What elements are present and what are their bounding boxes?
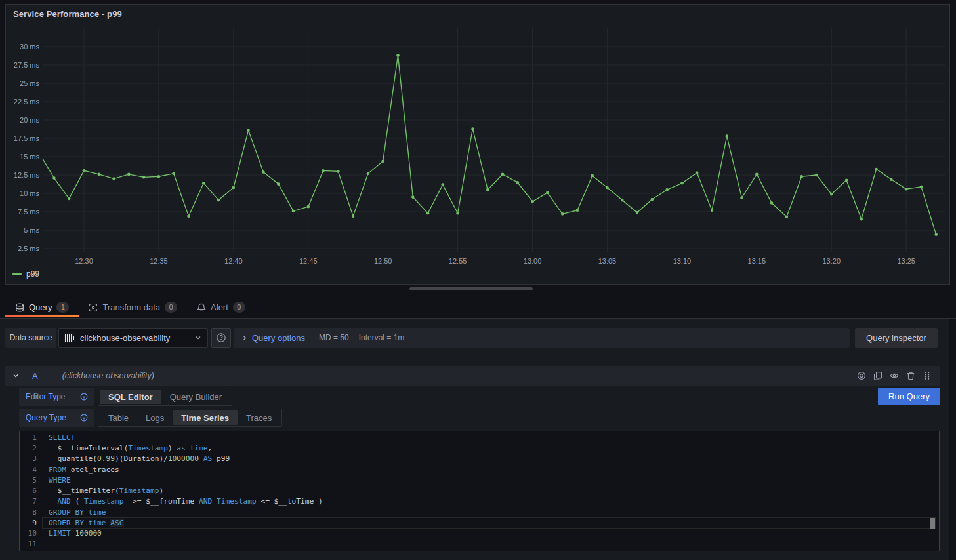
- query-inspector-button[interactable]: Query inspector: [855, 328, 938, 348]
- line-number: 11: [20, 539, 37, 550]
- drag-handle-icon[interactable]: [923, 371, 932, 380]
- query-type-option-time-series[interactable]: Time Series: [173, 410, 238, 425]
- svg-text:10 ms: 10 ms: [20, 190, 39, 197]
- line-number: 7: [20, 496, 37, 507]
- query-datasource-hint: (clickhouse-observability): [62, 371, 154, 380]
- svg-text:22.5 ms: 22.5 ms: [14, 98, 40, 106]
- svg-text:15 ms: 15 ms: [20, 153, 39, 161]
- chevron-down-icon[interactable]: [12, 372, 20, 380]
- sql-code-editor[interactable]: 1SELECT2 $__timeInterval(Timestamp) as t…: [19, 431, 940, 551]
- code-line-1[interactable]: 1SELECT: [20, 433, 939, 443]
- editor-type-field: Editor Type: [19, 388, 94, 406]
- line-number: 9: [20, 518, 37, 529]
- query-ref-id: A: [32, 371, 38, 381]
- svg-text:12:50: 12:50: [374, 257, 392, 265]
- query-type-option-logs[interactable]: Logs: [137, 410, 173, 425]
- code-line-6[interactable]: 6 $__timeFilter(Timestamp): [20, 486, 939, 496]
- svg-text:27.5 ms: 27.5 ms: [14, 61, 40, 69]
- svg-text:30 ms: 30 ms: [20, 43, 39, 50]
- info-circle-icon[interactable]: [80, 414, 88, 422]
- tab-transform-data[interactable]: Transform data 0: [79, 296, 187, 318]
- editor-type-label: Editor Type: [26, 392, 80, 401]
- svg-text:13:00: 13:00: [524, 257, 542, 265]
- svg-text:13:10: 13:10: [673, 257, 692, 265]
- info-circle-icon[interactable]: [80, 393, 88, 401]
- angle-right-icon: [241, 334, 248, 342]
- transform-icon: [89, 303, 98, 312]
- svg-text:13:05: 13:05: [598, 257, 617, 265]
- code-line-3[interactable]: 3 quantile(0.99)(Duration)/1000000 AS p9…: [20, 454, 939, 464]
- tab-alert-count: 0: [233, 302, 245, 313]
- code-line-2[interactable]: 2 $__timeInterval(Timestamp) as time,: [20, 443, 939, 454]
- query-record-icon[interactable]: [857, 371, 866, 380]
- line-number: 4: [20, 465, 37, 475]
- chevron-down-icon: [194, 334, 202, 342]
- query-row-header[interactable]: A (clickhouse-observability): [5, 366, 940, 386]
- edit-pane-tabs: Query 1 Transform data 0 Alert 0: [0, 296, 956, 319]
- svg-text:20 ms: 20 ms: [20, 116, 39, 124]
- query-type-field: Query Type: [19, 409, 94, 427]
- editor-type-radio-group: SQL Editor Query Builder: [98, 388, 232, 406]
- tab-query[interactable]: Query 1: [5, 296, 79, 318]
- svg-text:12:40: 12:40: [224, 257, 243, 265]
- line-number: 6: [20, 486, 37, 496]
- svg-text:13:25: 13:25: [897, 257, 915, 265]
- line-number: 2: [20, 443, 37, 454]
- svg-text:12:30: 12:30: [75, 257, 93, 265]
- query-options-md: MD = 50: [319, 333, 349, 342]
- query-type-label: Query Type: [26, 413, 80, 422]
- svg-text:7.5 ms: 7.5 ms: [18, 208, 40, 216]
- line-number: 10: [20, 529, 37, 539]
- code-line-8[interactable]: 8GROUP BY time: [20, 508, 939, 518]
- code-line-11[interactable]: 11: [20, 539, 939, 550]
- query-type-radio-group: Table Logs Time Series Traces: [98, 409, 282, 427]
- tab-query-count: 1: [56, 302, 69, 313]
- active-tab-underline: [5, 315, 79, 317]
- query-type-option-traces[interactable]: Traces: [238, 410, 280, 425]
- editor-type-option-query-builder[interactable]: Query Builder: [161, 390, 230, 404]
- svg-text:25 ms: 25 ms: [20, 79, 39, 87]
- bell-icon: [197, 303, 206, 312]
- tab-query-label: Query: [29, 302, 52, 312]
- code-line-7[interactable]: 7 AND ( Timestamp >= $__fromTime AND Tim…: [20, 496, 939, 507]
- query-options-interval: Interval = 1m: [359, 333, 405, 342]
- datasource-label: Data source: [5, 328, 56, 348]
- query-type-option-table[interactable]: Table: [100, 410, 137, 425]
- legend-item-p99[interactable]: p99: [12, 270, 39, 279]
- svg-text:13:20: 13:20: [822, 257, 841, 265]
- editor-type-option-sql-editor[interactable]: SQL Editor: [100, 390, 161, 404]
- svg-text:12:35: 12:35: [150, 257, 168, 265]
- timeseries-panel: Service Performance - p99 2.5 ms5 ms7.5 …: [5, 4, 950, 285]
- datasource-picker-value: clickhouse-observability: [80, 333, 189, 343]
- datasource-picker[interactable]: clickhouse-observability: [58, 328, 208, 348]
- legend-series-marker: [12, 273, 22, 275]
- database-icon: [15, 303, 24, 312]
- help-circle-icon: [216, 332, 226, 343]
- code-line-5[interactable]: 5WHERE: [20, 475, 939, 486]
- code-line-4[interactable]: 4FROM otel_traces: [20, 465, 939, 475]
- code-line-9[interactable]: 9ORDER BY time ASC: [20, 518, 939, 529]
- svg-text:12:55: 12:55: [449, 257, 467, 265]
- svg-text:12:45: 12:45: [299, 257, 318, 265]
- duplicate-query-icon[interactable]: [873, 371, 883, 380]
- svg-text:13:15: 13:15: [748, 257, 766, 265]
- clickhouse-logo-icon: [64, 332, 75, 343]
- tab-transform-label: Transform data: [102, 302, 160, 312]
- query-options-toggle[interactable]: Query options MD = 50 Interval = 1m: [234, 328, 850, 348]
- svg-text:5 ms: 5 ms: [24, 226, 39, 234]
- line-number: 8: [20, 508, 37, 518]
- delete-query-icon[interactable]: [906, 371, 915, 380]
- svg-text:17.5 ms: 17.5 ms: [14, 134, 40, 142]
- datasource-help-button[interactable]: [211, 328, 231, 348]
- timeseries-chart[interactable]: 2.5 ms5 ms7.5 ms10 ms12.5 ms15 ms17.5 ms…: [6, 5, 949, 284]
- svg-text:2.5 ms: 2.5 ms: [18, 245, 40, 252]
- line-number: 5: [20, 475, 37, 486]
- horizontal-scrollbar-thumb[interactable]: [409, 287, 533, 290]
- line-number: 1: [20, 433, 37, 443]
- hide-query-icon[interactable]: [890, 371, 899, 380]
- svg-text:12.5 ms: 12.5 ms: [14, 171, 40, 179]
- code-line-10[interactable]: 10LIMIT 100000: [20, 529, 939, 539]
- tab-alert[interactable]: Alert 0: [187, 296, 255, 318]
- line-number: 3: [20, 454, 37, 464]
- run-query-button[interactable]: Run Query: [878, 388, 940, 405]
